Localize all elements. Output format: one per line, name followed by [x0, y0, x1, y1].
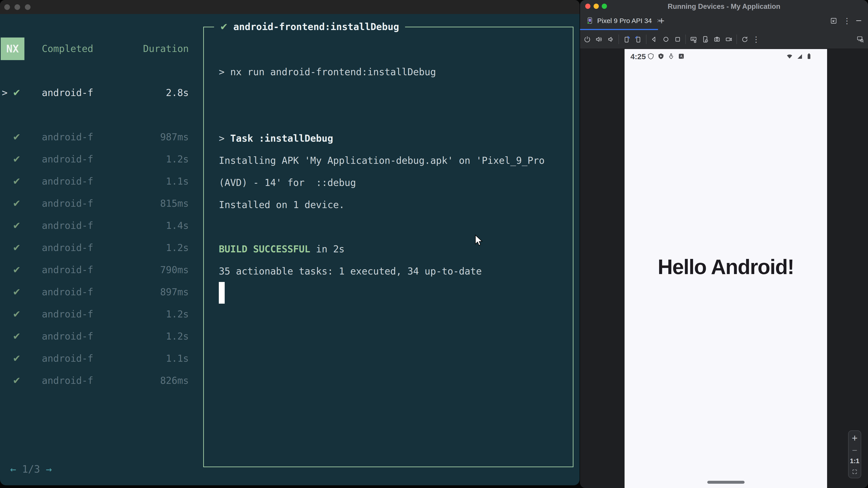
navigation-handle[interactable] — [707, 481, 745, 484]
chevron-right-icon: > — [2, 82, 7, 104]
zoom-out-button[interactable]: − — [852, 446, 857, 454]
status-bar-left-icons: A — [647, 53, 685, 60]
task-row[interactable]: ✔android-f1.2s — [0, 303, 195, 325]
check-icon: ✔ — [13, 215, 21, 237]
task-duration: 2.8s — [166, 82, 189, 104]
window-title: Running Devices - My Application — [580, 0, 868, 12]
task-duration: 1.4s — [166, 215, 189, 237]
task-row[interactable]: ✔android-f1.1s — [0, 170, 195, 193]
mouse-cursor — [474, 234, 484, 247]
output-summary-line: 35 actionable tasks: 1 executed, 34 up-t… — [219, 260, 482, 283]
output-install-line-2: (AVD) - 14' for ::debug — [219, 172, 356, 194]
status-bar-time: 4:25 — [630, 49, 646, 64]
task-name: android-f — [42, 237, 93, 259]
device-tab-bar: Pixel 9 Pro API 34 × + ⋮ — [580, 12, 868, 30]
task-name: android-f — [42, 126, 93, 148]
zoom-button[interactable] — [25, 4, 31, 10]
power-icon[interactable] — [583, 35, 591, 43]
terminal-titlebar — [0, 0, 580, 14]
check-icon: ✔ — [13, 126, 21, 148]
task-row[interactable]: ✔android-f897ms — [0, 281, 195, 303]
actual-size-button[interactable]: 1:1 — [850, 457, 860, 465]
zoom-controls: + − 1:1 — [848, 430, 861, 478]
running-devices-window: Running Devices - My Application Pixel 9… — [580, 0, 868, 488]
output-task-header: > Task :installDebug — [219, 127, 333, 150]
close-button[interactable] — [4, 4, 10, 10]
wellbeing-icon — [668, 53, 675, 60]
play-protect-shield-icon — [657, 53, 664, 60]
svg-text:A: A — [680, 55, 682, 58]
task-duration: 1.1s — [166, 170, 189, 193]
battery-icon — [805, 53, 813, 60]
volume-up-icon[interactable] — [595, 35, 603, 43]
mirror-view-settings-icon[interactable] — [856, 35, 864, 43]
float-window-icon[interactable] — [830, 17, 838, 25]
next-page-button[interactable]: → — [46, 458, 52, 480]
nx-terminal-window: NX Completed Duration >✔android-f2.8s ✔a… — [0, 0, 580, 485]
task-name: android-f — [42, 369, 93, 392]
hide-panel-icon[interactable] — [856, 20, 861, 21]
task-row[interactable]: ✔android-f1.2s — [0, 148, 195, 170]
hello-android-text: Hello Android! — [625, 255, 827, 279]
check-icon: ✔ — [13, 82, 21, 104]
wifi-icon — [786, 53, 793, 60]
toolbar-separator — [737, 35, 737, 44]
prev-page-button[interactable]: ← — [10, 458, 16, 480]
task-row[interactable]: ✔android-f826ms — [0, 369, 195, 392]
new-tab-button[interactable]: + — [659, 12, 664, 29]
fit-screen-icon[interactable] — [851, 468, 859, 476]
task-row[interactable]: ✔android-f1.2s — [0, 237, 195, 259]
output-installed-line: Installed on 1 device. — [219, 194, 344, 216]
hardware-input-icon[interactable] — [689, 35, 698, 43]
task-duration: 1.2s — [166, 325, 189, 348]
task-name: android-f — [42, 193, 93, 215]
device-settings-icon[interactable] — [701, 35, 709, 43]
status-bar-right-icons — [786, 53, 813, 60]
pagination: ← 1/3 → — [10, 458, 52, 480]
task-duration: 790ms — [160, 259, 189, 281]
terminal-body: NX Completed Duration >✔android-f2.8s ✔a… — [0, 14, 580, 485]
minimize-button[interactable] — [14, 4, 20, 10]
emulator-screen[interactable]: 4:25 A Hello Android! — [625, 49, 827, 488]
task-duration: 815ms — [160, 193, 189, 215]
task-row[interactable]: ✔android-f1.1s — [0, 348, 195, 369]
rotate-left-icon[interactable] — [622, 35, 631, 43]
output-build-status-line: BUILD SUCCESSFUL in 2s — [219, 238, 344, 260]
screen-record-icon[interactable] — [725, 35, 733, 43]
output-command-line: > nx run android-frontend:installDebug — [219, 61, 436, 83]
tab-pixel-9-pro[interactable]: Pixel 9 Pro API 34 × — [584, 12, 663, 29]
overview-icon[interactable] — [674, 35, 682, 43]
work-profile-badge-icon: A — [678, 53, 685, 60]
task-row[interactable]: ✔android-f790ms — [0, 259, 195, 281]
task-duration: 1.2s — [166, 148, 189, 170]
task-name: android-f — [42, 281, 93, 303]
screenshot-icon[interactable] — [713, 35, 721, 43]
column-header-duration: Duration — [113, 37, 189, 60]
panel-title: ✔android-frontend:installDebug — [214, 20, 405, 34]
zoom-in-button[interactable]: + — [852, 433, 858, 443]
nx-logo: NX — [1, 37, 24, 60]
check-icon: ✔ — [13, 348, 21, 369]
vpn-shield-icon — [647, 53, 654, 60]
task-row-selected[interactable]: >✔android-f2.8s — [0, 82, 195, 104]
task-duration: 1.1s — [166, 348, 189, 369]
back-icon[interactable] — [650, 35, 658, 43]
device-phone-icon — [586, 17, 594, 25]
more-vertical-icon[interactable]: ⋮ — [843, 16, 851, 25]
more-vertical-icon[interactable]: ⋮ — [752, 35, 760, 44]
task-row[interactable]: ✔android-f1.4s — [0, 215, 195, 237]
output-install-line-1: Installing APK 'My Application-debug.apk… — [219, 150, 545, 172]
rotate-right-icon[interactable] — [634, 35, 643, 43]
task-duration: 826ms — [160, 369, 189, 392]
task-row[interactable]: ✔android-f1.2s — [0, 325, 195, 348]
home-icon[interactable] — [662, 35, 670, 43]
volume-down-icon[interactable] — [607, 35, 615, 43]
snapshot-restore-icon[interactable] — [741, 35, 749, 43]
task-row[interactable]: ✔android-f987ms — [0, 126, 195, 148]
task-name: android-f — [42, 148, 93, 170]
task-duration: 987ms — [160, 126, 189, 148]
task-row[interactable]: ✔android-f815ms — [0, 193, 195, 215]
check-icon: ✔ — [13, 281, 21, 303]
toolbar-separator — [646, 35, 647, 44]
panel-title-label: android-frontend:installDebug — [233, 21, 399, 32]
